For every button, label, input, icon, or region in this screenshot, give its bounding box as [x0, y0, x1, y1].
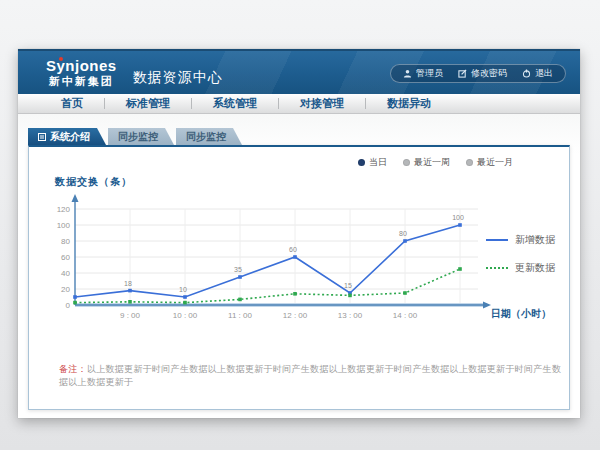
x-axis-title: 日期（小时）	[491, 307, 551, 321]
power-icon	[522, 69, 531, 78]
svg-text:20: 20	[61, 285, 70, 294]
svg-text:60: 60	[61, 253, 70, 262]
chart-legend: 新增数据 更新数据	[486, 233, 555, 275]
nav-item-home[interactable]: 首页	[40, 94, 104, 113]
svg-text:80: 80	[61, 237, 70, 246]
legend-item-new-data[interactable]: 新增数据	[486, 233, 555, 247]
brand-logo: Synjones 新中新集团	[46, 58, 117, 87]
tab-sync-monitor-2[interactable]: 同步监控	[176, 128, 242, 145]
svg-text:0: 0	[66, 301, 71, 310]
time-filter-label: 当日	[369, 156, 387, 169]
main-content: 系统介绍 同步监控 同步监控 当日 最近一周	[18, 114, 580, 418]
page-background: { "header": { "logo": { "en": "Synjones"…	[0, 0, 600, 450]
tab-label: 同步监控	[118, 130, 158, 144]
nav-item-interface-mgmt[interactable]: 对接管理	[279, 94, 365, 113]
svg-text:100: 100	[452, 214, 464, 221]
legend-label: 新增数据	[515, 233, 555, 247]
svg-text:80: 80	[399, 230, 407, 237]
chart-card: 当日 最近一周 最近一月 数据交换（条） 0204060801001209 : …	[28, 145, 570, 410]
svg-text:35: 35	[234, 266, 242, 273]
app-header: Synjones 新中新集团 数据资源中心 管理员 修改密码	[18, 49, 580, 94]
time-filter-group: 当日 最近一周 最近一月	[358, 156, 513, 169]
edit-icon	[458, 69, 467, 78]
user-menu-item-admin[interactable]: 管理员	[403, 67, 443, 80]
line-chart: 0204060801001209 : 0010 : 0011 : 0012 : …	[35, 193, 505, 325]
logo-text-cn: 新中新集团	[46, 75, 117, 87]
app-title: 数据资源中心	[133, 69, 223, 87]
tab-sync-monitor-1[interactable]: 同步监控	[108, 128, 174, 145]
svg-text:120: 120	[57, 205, 71, 214]
svg-text:14 : 00: 14 : 00	[393, 311, 418, 320]
note-label: 备注	[59, 364, 78, 374]
note-separator: ：	[78, 364, 87, 374]
tab-system-intro[interactable]: 系统介绍	[28, 128, 106, 145]
nav-item-data-change[interactable]: 数据异动	[366, 94, 452, 113]
svg-text:9 : 00: 9 : 00	[120, 311, 141, 320]
svg-text:12 : 00: 12 : 00	[283, 311, 308, 320]
y-axis-title: 数据交换（条）	[55, 175, 132, 189]
radio-icon	[466, 159, 473, 166]
nav-item-system-mgmt[interactable]: 系统管理	[192, 94, 278, 113]
svg-text:10: 10	[179, 286, 187, 293]
legend-label: 更新数据	[515, 261, 555, 275]
svg-text:18: 18	[124, 280, 132, 287]
svg-text:15: 15	[344, 282, 352, 289]
line-chart-svg: 0204060801001209 : 0010 : 0011 : 0012 : …	[35, 193, 505, 325]
svg-text:40: 40	[61, 269, 70, 278]
user-menu: 管理员 修改密码 退出	[390, 64, 566, 83]
tab-label: 同步监控	[186, 130, 226, 144]
legend-item-update-data[interactable]: 更新数据	[486, 261, 555, 275]
svg-text:11 : 00: 11 : 00	[228, 311, 252, 320]
note-text: 以上数据更新于时间产生数据以上数据更新于时间产生数据以上数据更新于时间产生数据以…	[59, 364, 561, 387]
user-menu-label: 退出	[535, 67, 553, 80]
site-window: Synjones 新中新集团 数据资源中心 管理员 修改密码	[18, 49, 580, 418]
tab-label: 系统介绍	[50, 130, 90, 144]
svg-text:10 : 00: 10 : 00	[173, 311, 198, 320]
legend-line-sample	[486, 267, 508, 269]
user-icon	[403, 69, 412, 78]
user-menu-item-change-password[interactable]: 修改密码	[458, 67, 507, 80]
footer-note: 备注：以上数据更新于时间产生数据以上数据更新于时间产生数据以上数据更新于时间产生…	[59, 363, 569, 389]
document-icon	[38, 133, 46, 141]
svg-text:60: 60	[289, 246, 297, 253]
tab-bar: 系统介绍 同步监控 同步监控	[28, 128, 242, 145]
time-filter-label: 最近一月	[477, 156, 513, 169]
main-nav: 首页 标准管理 系统管理 对接管理 数据异动	[18, 94, 580, 114]
svg-text:13 : 00: 13 : 00	[338, 311, 363, 320]
time-filter-today[interactable]: 当日	[358, 156, 387, 169]
legend-line-sample	[486, 239, 508, 241]
time-filter-label: 最近一周	[414, 156, 450, 169]
svg-text:100: 100	[57, 221, 71, 230]
radio-icon	[403, 159, 410, 166]
nav-item-standard-mgmt[interactable]: 标准管理	[105, 94, 191, 113]
radio-icon	[358, 159, 365, 166]
user-menu-label: 修改密码	[471, 67, 507, 80]
user-menu-label: 管理员	[416, 67, 443, 80]
user-menu-item-logout[interactable]: 退出	[522, 67, 553, 80]
logo-text-en: Synjones	[46, 57, 117, 74]
time-filter-last-week[interactable]: 最近一周	[403, 156, 450, 169]
time-filter-last-month[interactable]: 最近一月	[466, 156, 513, 169]
